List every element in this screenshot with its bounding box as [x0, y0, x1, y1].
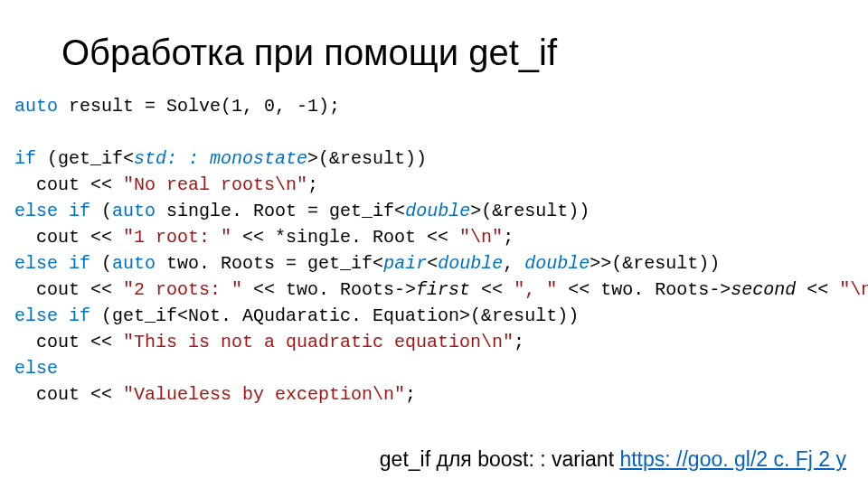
type-double: double: [438, 253, 503, 274]
kw-auto: auto: [14, 96, 58, 117]
slide: Обработка при помощи get_if auto result …: [0, 0, 868, 488]
code-text: >(&result)): [470, 201, 590, 221]
code-block: auto result = Solve(1, 0, -1); if (get_i…: [14, 93, 854, 408]
kw-if: if: [69, 201, 90, 221]
code-text: (get_if<Not. AQudaratic. Equation>(&resu…: [90, 305, 579, 326]
code-text: two. Roots = get_if<: [156, 253, 383, 274]
kw-else: else: [14, 201, 58, 221]
code-text: <: [427, 253, 438, 274]
kw-auto: auto: [112, 253, 156, 274]
member-second: second: [731, 279, 796, 300]
footer-note: get_if для boost: : variant https: //goo…: [380, 447, 846, 472]
code-text: << two. Roots->: [557, 279, 731, 300]
kw-if: if: [14, 148, 36, 169]
kw-else: else: [14, 253, 58, 274]
code-text: result = Solve(1, 0, -1);: [58, 96, 340, 117]
type-pair: pair: [383, 253, 427, 274]
code-text: <<: [470, 279, 514, 300]
code-text: <<: [796, 279, 839, 300]
code-text: ;: [503, 227, 514, 248]
code-text: << *single. Root <<: [231, 227, 459, 248]
member-first: first: [416, 279, 470, 300]
code-text: cout <<: [14, 174, 123, 195]
code-text: ;: [405, 384, 416, 405]
kw-if: if: [69, 253, 90, 274]
string-literal: "1 root: ": [123, 227, 231, 248]
slide-title: Обработка при помощи get_if: [61, 33, 854, 73]
code-text: >(&result)): [307, 148, 427, 169]
string-literal: ", ": [514, 279, 557, 300]
code-text: single. Root = get_if<: [156, 201, 405, 221]
code-text: (get_if<: [36, 148, 134, 169]
footer-text: get_if для boost: : variant: [380, 447, 620, 471]
kw-if: if: [69, 305, 90, 326]
code-text: cout <<: [14, 384, 123, 405]
footer-link[interactable]: https: //goo. gl/2 c. Fj 2 y: [619, 447, 846, 471]
string-literal: "This is not a quadratic equation\n": [123, 332, 514, 352]
code-text: (: [90, 201, 112, 221]
type-double: double: [524, 253, 590, 274]
string-literal: "Valueless by exception\n": [123, 384, 405, 405]
code-text: cout <<: [14, 332, 123, 352]
string-literal: "No real roots\n": [123, 174, 307, 195]
code-text: >>(&result)): [590, 253, 720, 274]
type-double: double: [405, 201, 470, 221]
code-text: cout <<: [14, 227, 123, 248]
string-literal: "\n": [459, 227, 503, 248]
code-text: (: [90, 253, 112, 274]
string-literal: "\n": [839, 279, 868, 300]
code-text: ;: [307, 174, 318, 195]
type-monostate: std: : monostate: [134, 148, 307, 169]
kw-else: else: [14, 305, 58, 326]
code-text: cout <<: [14, 279, 123, 300]
kw-auto: auto: [112, 201, 156, 221]
code-text: << two. Roots->: [242, 279, 416, 300]
code-text: ,: [503, 253, 524, 274]
string-literal: "2 roots: ": [123, 279, 242, 300]
kw-else: else: [14, 358, 58, 379]
code-text: ;: [514, 332, 524, 352]
